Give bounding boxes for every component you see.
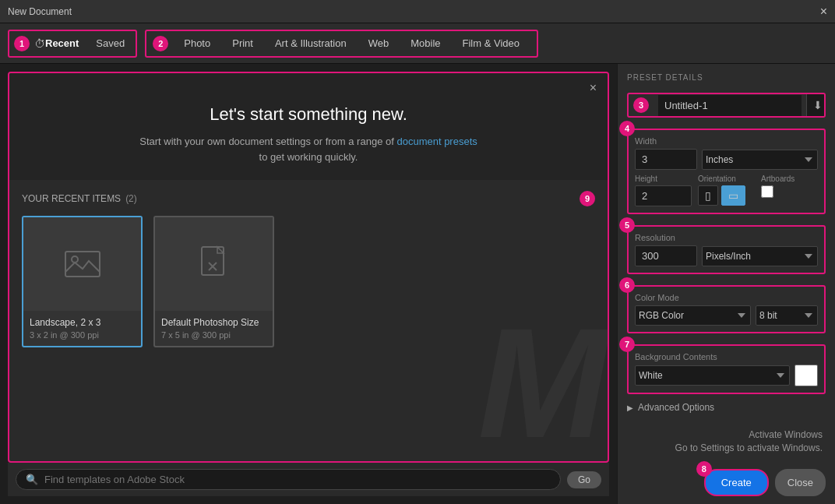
tab-art[interactable]: Art & Illustration bbox=[264, 33, 358, 54]
landscape-thumb-icon bbox=[64, 248, 101, 280]
item-dims-default: 7 x 5 in @ 300 ppi bbox=[161, 330, 266, 340]
save-preset-button[interactable]: ⬇ bbox=[806, 94, 826, 116]
hero-subtitle-after: to get working quickly. bbox=[259, 151, 358, 163]
recent-item-landscape[interactable]: Landscape, 2 x 3 3 x 2 in @ 300 ppi bbox=[22, 216, 143, 347]
portrait-button[interactable]: ▯ bbox=[698, 185, 718, 206]
advanced-options-row[interactable]: ▶ Advanced Options bbox=[627, 402, 826, 413]
color-mode-badge: 6 bbox=[619, 277, 635, 293]
tab-group-recent-saved: 1 ⏱ Recent Saved bbox=[8, 30, 137, 58]
artboards-checkbox[interactable] bbox=[761, 185, 773, 198]
resolution-group: Resolution Pixels/Inch Pixels/Centimeter bbox=[627, 225, 826, 274]
window-title: New Document bbox=[8, 6, 72, 17]
titlebar: New Document × bbox=[0, 0, 835, 23]
main-container: 1 ⏱ Recent Saved 2 Photo Print Art & Ill… bbox=[0, 23, 835, 504]
background-label: Background Contents bbox=[635, 352, 818, 361]
search-input[interactable] bbox=[44, 474, 551, 485]
preset-name-group: 3 ⬇ bbox=[627, 93, 826, 118]
hero-section: Let's start something new. Start with yo… bbox=[9, 73, 608, 180]
search-and-go: 🔍 Go bbox=[16, 469, 601, 490]
dimensions-group-wrapper: 4 Width Pixels Inches Centimeters Millim… bbox=[627, 129, 826, 214]
close-document-button[interactable]: Close bbox=[775, 469, 826, 496]
bottom-buttons: 8 Create Close bbox=[627, 463, 826, 496]
width-row: Pixels Inches Centimeters Millimeters bbox=[635, 149, 818, 170]
item-name-landscape: Landscape, 2 x 3 bbox=[30, 317, 135, 328]
background-badge: 7 bbox=[619, 337, 635, 352]
height-input[interactable] bbox=[635, 185, 692, 206]
go-button[interactable]: Go bbox=[567, 471, 601, 488]
item-dims-landscape: 3 x 2 in @ 300 ppi bbox=[30, 330, 135, 340]
hero-title: Let's start something new. bbox=[33, 104, 584, 125]
tab-recent[interactable]: Recent bbox=[45, 33, 85, 54]
activate-windows: Activate Windows Go to Settings to activ… bbox=[627, 428, 826, 455]
artboards-label: Artboards bbox=[761, 174, 818, 183]
width-unit-select[interactable]: Pixels Inches Centimeters Millimeters bbox=[702, 150, 818, 170]
preset-badge-3: 3 bbox=[633, 97, 649, 113]
item-thumb-landscape bbox=[23, 217, 141, 311]
advanced-arrow-icon: ▶ bbox=[627, 404, 633, 412]
right-panel: PRESET DETAILS 3 ⬇ 4 Width Pixels bbox=[617, 64, 835, 504]
clock-icon: ⏱ bbox=[34, 37, 45, 50]
background-group: Background Contents White Black Backgrou… bbox=[627, 344, 826, 394]
artboards-field: Artboards bbox=[761, 174, 818, 206]
search-icon: 🔍 bbox=[26, 474, 38, 485]
svg-rect-0 bbox=[65, 252, 100, 277]
tab-print[interactable]: Print bbox=[221, 33, 264, 54]
landscape-button[interactable]: ▭ bbox=[721, 185, 745, 206]
hero-subtitle: Start with your own document settings or… bbox=[33, 134, 584, 164]
resolution-unit-select[interactable]: Pixels/Inch Pixels/Centimeter bbox=[702, 246, 818, 266]
color-mode-group: Color Mode Bitmap Grayscale RGB Color CM… bbox=[627, 285, 826, 333]
background-select[interactable]: White Black Background Color Transparent… bbox=[635, 365, 790, 386]
color-swatch[interactable] bbox=[794, 365, 818, 386]
width-input[interactable] bbox=[635, 149, 697, 170]
search-bar: 🔍 Go bbox=[8, 463, 609, 496]
preset-label: PRESET DETAILS bbox=[627, 73, 826, 82]
color-mode-select[interactable]: Bitmap Grayscale RGB Color CMYK Color La… bbox=[635, 305, 751, 326]
orientation-buttons: ▯ ▭ bbox=[698, 185, 755, 206]
recent-section-badge: 9 bbox=[580, 191, 595, 206]
recent-label-text: YOUR RECENT ITEMS bbox=[22, 193, 121, 204]
color-mode-label: Color Mode bbox=[635, 293, 818, 302]
dimensions-group: Width Pixels Inches Centimeters Millimet… bbox=[627, 129, 826, 214]
items-grid: Landscape, 2 x 3 3 x 2 in @ 300 ppi bbox=[22, 216, 595, 347]
resolution-label: Resolution bbox=[635, 233, 818, 242]
tab-photo[interactable]: Photo bbox=[173, 33, 221, 54]
height-field: Height bbox=[635, 174, 692, 206]
default-thumb-icon bbox=[199, 245, 230, 283]
item-name-default: Default Photoshop Size bbox=[161, 317, 266, 328]
tab-web[interactable]: Web bbox=[358, 33, 400, 54]
recent-section: YOUR RECENT ITEMS (2) 9 bbox=[9, 180, 608, 461]
buttons-badge: 8 bbox=[696, 461, 712, 477]
tab-saved[interactable]: Saved bbox=[85, 33, 136, 54]
orientation-field: Orientation ▯ ▭ bbox=[698, 174, 755, 206]
recent-count: (2) bbox=[125, 193, 137, 204]
hero-subtitle-before: Start with your own document settings or… bbox=[139, 136, 396, 147]
tab-group1-badge: 1 bbox=[14, 36, 30, 51]
card-close-button[interactable]: × bbox=[590, 81, 597, 95]
activate-line1: Activate Windows bbox=[627, 428, 823, 442]
advanced-options-label: Advanced Options bbox=[638, 402, 714, 413]
width-label: Width bbox=[635, 136, 818, 146]
bit-depth-select[interactable]: 8 bit 16 bit 32 bit bbox=[756, 305, 818, 326]
resolution-input[interactable] bbox=[635, 245, 697, 266]
preset-name-row: 3 ⬇ bbox=[627, 93, 826, 118]
tab-film[interactable]: Film & Video bbox=[452, 33, 530, 54]
color-mode-row: Bitmap Grayscale RGB Color CMYK Color La… bbox=[635, 305, 818, 326]
resolution-row: Pixels/Inch Pixels/Centimeter bbox=[635, 245, 818, 266]
item-thumb-default bbox=[155, 217, 273, 311]
recent-item-default[interactable]: Default Photoshop Size 7 x 5 in @ 300 pp… bbox=[153, 216, 274, 347]
document-presets-link[interactable]: document presets bbox=[396, 136, 477, 147]
tab-group2-badge: 2 bbox=[153, 36, 168, 51]
window-close-button[interactable]: × bbox=[820, 5, 827, 19]
create-button[interactable]: Create bbox=[704, 469, 769, 496]
tab-mobile[interactable]: Mobile bbox=[400, 33, 451, 54]
item-info-default: Default Photoshop Size 7 x 5 in @ 300 pp… bbox=[155, 311, 273, 346]
svg-rect-2 bbox=[202, 247, 224, 275]
orientation-label: Orientation bbox=[698, 174, 755, 183]
sub-fields-row: Height Orientation ▯ ▭ Artboards bbox=[635, 174, 818, 206]
item-info-landscape: Landscape, 2 x 3 3 x 2 in @ 300 ppi bbox=[23, 311, 141, 346]
content-area: × M Let's start something new. Start wit… bbox=[0, 64, 835, 504]
preset-name-input[interactable] bbox=[658, 95, 802, 116]
search-wrapper: 🔍 bbox=[16, 469, 561, 490]
create-btn-wrapper: 8 Create bbox=[704, 469, 769, 496]
resolution-badge: 5 bbox=[619, 217, 635, 233]
